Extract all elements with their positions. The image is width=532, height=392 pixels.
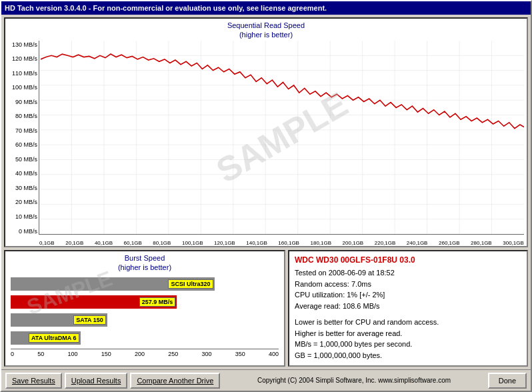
info-cpu-utilization: CPU utilization: 1% [+/- 2%]	[295, 289, 521, 301]
burst-bar-scsi: SCSI Ultra320	[11, 277, 279, 291]
burst-bar-sata-label: SATA 150	[73, 315, 105, 325]
sequential-chart-panel: Sequential Read Speed (higher is better)…	[4, 17, 528, 247]
status-bar: Save Results Upload Results Compare Anot…	[1, 369, 531, 391]
x-axis: 0,1GB 20,1GB 40,1GB 60,1GB 80,1GB 100,1G…	[39, 240, 524, 246]
bottom-panel: Burst Speed (higher is better) SAMPLE SC…	[4, 250, 528, 367]
main-window: HD Tach version 3.0.4.0 - For non-commer…	[0, 0, 532, 392]
info-random-access: Random access: 7.0ms	[295, 279, 521, 290]
sequential-chart-title: Sequential Read Speed (higher is better)	[5, 19, 527, 41]
burst-panel: Burst Speed (higher is better) SAMPLE SC…	[4, 250, 285, 367]
info-test-date: Tested on 2008-06-09 at 18:52	[295, 267, 521, 279]
title-bar: HD Tach version 3.0.4.0 - For non-commer…	[1, 1, 531, 15]
sequential-chart-area: 130 MB/s 120 MB/s 110 MB/s 100 MB/s 90 M…	[5, 41, 527, 247]
done-button[interactable]: Done	[488, 373, 527, 389]
drive-name: WDC WD30 00GLFS-01F8U 03.0	[295, 255, 521, 265]
burst-bar-scsi-label: SCSI Ultra320	[168, 279, 213, 289]
title-text: HD Tach version 3.0.4.0 - For non-commer…	[5, 4, 327, 12]
sequential-chart-plot: SAMPLE	[39, 41, 524, 235]
burst-bar-drive: 257.9 MB/s	[11, 295, 279, 309]
burst-bar-sata: SATA 150	[11, 313, 279, 327]
burst-watermark: SAMPLE	[24, 266, 116, 319]
burst-bar-drive-label: 257.9 MB/s	[139, 297, 176, 307]
copyright-text: Copyright (C) 2004 Simpli Software, Inc.…	[223, 377, 485, 384]
burst-bar-ata-label: ATA UltraDMA 6	[29, 333, 79, 343]
compare-drive-button[interactable]: Compare Another Drive	[130, 373, 220, 389]
burst-x-axis: 0 50 100 150 200 250 300 350 400	[11, 349, 279, 357]
y-axis: 130 MB/s 120 MB/s 110 MB/s 100 MB/s 90 M…	[5, 41, 39, 247]
main-content: Sequential Read Speed (higher is better)…	[1, 15, 531, 369]
upload-results-button[interactable]: Upload Results	[65, 373, 128, 389]
save-results-button[interactable]: Save Results	[5, 373, 62, 389]
info-average-read: Average read: 108.6 MB/s	[295, 301, 521, 312]
info-panel: WDC WD30 00GLFS-01F8U 03.0 Tested on 200…	[288, 250, 528, 367]
info-note-cpu: Lower is better for CPU and random acces…	[295, 317, 521, 361]
burst-chart-title: Burst Speed (higher is better)	[5, 251, 284, 274]
burst-bar-ata: ATA UltraDMA 6	[11, 331, 279, 345]
